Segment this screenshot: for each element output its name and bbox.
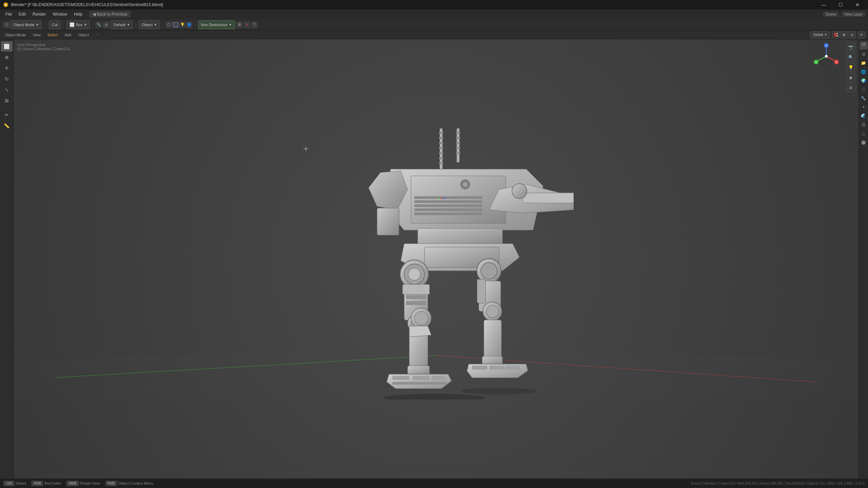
menu-help[interactable]: Help [71,11,85,18]
gizmos-button[interactable]: ⊞ [846,83,855,92]
proportional-edit[interactable]: ◎ [103,22,109,28]
data-properties[interactable]: △ [860,129,868,138]
snap-controls: 🧲 ⊞ ◎ [832,31,856,39]
annotation-btn[interactable]: ✏ [858,31,865,39]
render-button[interactable]: 💡 [846,63,855,72]
view-layer-label: View Layer [844,12,863,16]
object-selector[interactable]: Object ▼ [139,20,160,29]
modifier-properties[interactable]: 🔧 [860,94,868,102]
object-label: Object [142,23,153,27]
box-selector[interactable]: ⬜ Box ▼ [66,20,90,29]
header-extra[interactable]: ⋯ [94,32,101,38]
nd-pause[interactable]: ⏸ [244,22,250,28]
output-properties[interactable]: 🖥 [860,50,868,58]
snap-settings-btn[interactable]: ⊞ [840,31,848,39]
menu-bar: File Edit Render Window Help ◀ Back to P… [0,9,868,19]
3d-viewport[interactable]: User Perspective (0) Scene Collection | … [14,39,859,479]
transform-tool[interactable]: ⊞ [1,96,13,106]
scene-properties[interactable]: 🌐 [860,68,868,76]
nd-help[interactable]: ? [251,22,257,28]
blender-icon [3,2,9,8]
rmb2-icon: RMB [105,481,117,486]
window-controls[interactable]: — ☐ ✕ [816,0,865,9]
back-to-previous-button[interactable]: ◀ Back to Previous [89,11,131,18]
viewport-overlay-buttons: 📷 🔍 💡 ◉ ⊞ [846,43,855,92]
box-dropdown-icon: ▼ [84,23,87,26]
rotate-tool[interactable]: ↻ [1,74,13,84]
left-toolbar: ⬜ ⊕ ✛ ↻ ⤡ ⊞ ✏ 📏 [0,39,14,479]
minimize-button[interactable]: — [816,0,831,9]
cursor-tool[interactable]: ⊕ [1,52,13,62]
menu-window[interactable]: Window [50,11,70,18]
context-label: Object Context Menu [118,481,153,485]
main-content: ⬜ ⊕ ✛ ↻ ⤡ ⊞ ✏ 📏 User Perspective (0) Sce… [0,39,868,479]
solid-button[interactable]: ⬛ [173,22,179,28]
box-icon: ⬜ [70,22,75,27]
title-bar: Blender* [F:\BLENDER\ASSETS\MODELS\VEHIC… [0,0,868,9]
nd-settings[interactable]: ⚙ [236,22,242,28]
object-dropdown-icon: ▼ [154,23,157,26]
sep6 [195,21,195,28]
camera-view-button[interactable]: 📷 [846,43,855,52]
overlay-button[interactable]: ◉ [846,73,855,82]
header-select[interactable]: Select [45,32,60,38]
cut-label: Cut [52,23,58,27]
constraint-properties[interactable]: ⛓ [860,121,868,129]
top-toolbar: ⬡ Object Mode ▼ Cut ⬜ Box ▼ 🔧 ◎ Default … [0,19,868,30]
cut-button[interactable]: Cut [49,20,61,29]
snap-toggle[interactable]: 🧲 [832,31,840,39]
back-icon: ◀ [93,12,96,17]
scale-tool[interactable]: ⤡ [1,85,13,95]
world-properties[interactable]: 🌍 [860,77,868,85]
viewport-canvas [14,39,859,479]
mode-group: ⬡ Object Mode ▼ [2,20,43,29]
header-add[interactable]: Add [63,32,74,38]
view-layer-selector[interactable]: View Layer [842,12,865,17]
wireframe-button[interactable]: ⬡ [166,22,172,28]
header-object[interactable]: Object [76,32,91,38]
select-status: LMB Select [3,481,26,486]
sep1 [46,21,46,28]
transform-group: Global ▼ 🧲 ⊞ ◎ ✏ [810,31,865,39]
transform-selector[interactable]: Global ▼ [810,31,830,39]
view-layer-properties[interactable]: 📁 [860,59,868,67]
proportional-toggle[interactable]: ◎ [848,31,856,39]
maximize-button[interactable]: ☐ [833,0,848,9]
lmb-icon: LMB [3,481,15,486]
select-tool[interactable]: ⬜ [1,41,13,52]
move-tool[interactable]: ✛ [1,63,13,73]
mmb-icon: MMB [66,481,78,486]
close-button[interactable]: ✕ [850,0,865,9]
non-destructive-label: Non Destructive [201,23,228,27]
render-properties[interactable]: 🎬 [860,41,868,49]
default-selector[interactable]: Default ▼ [111,20,133,29]
menu-file[interactable]: File [3,11,15,18]
sep2 [63,21,64,28]
scene-selector[interactable]: Scene [823,12,839,17]
menu-edit[interactable]: Edit [16,11,28,18]
sep3 [93,21,93,28]
snap-button[interactable]: 🔧 [96,22,102,28]
mode-selector[interactable]: Object Mode ▼ [10,20,42,29]
physics-properties[interactable]: 🌊 [860,112,868,120]
mode-label: Object Mode [13,23,34,27]
non-destructive-button[interactable]: Non Destructive ▼ [198,20,235,29]
mode-icon[interactable]: ⬡ [3,22,9,28]
sep5 [163,21,163,28]
annotate-tool[interactable]: ✏ [1,110,13,120]
boxcutter-status: RMB BoxCutter [32,481,61,486]
particle-properties[interactable]: ✦ [860,103,868,111]
menu-render[interactable]: Render [30,11,48,18]
properties-panel: 🎬 🖥 📁 🌐 🌍 ⬡ 🔧 ✦ 🌊 ⛓ △ ⬤ [859,39,868,479]
material-properties[interactable]: ⬤ [860,138,868,146]
measure-tool[interactable]: 📏 [1,121,13,131]
material-button[interactable]: 🔵 [186,22,192,28]
rotate-status: MMB Rotate View [66,481,100,486]
box-label: Box [76,23,82,27]
header-mode[interactable]: Object Mode [3,32,28,38]
rendered-button[interactable]: 💡 [179,22,185,28]
object-properties[interactable]: ⬡ [860,85,868,94]
default-dropdown-icon: ▼ [127,23,130,26]
header-view[interactable]: View [31,32,43,38]
zoom-button[interactable]: 🔍 [846,53,855,62]
